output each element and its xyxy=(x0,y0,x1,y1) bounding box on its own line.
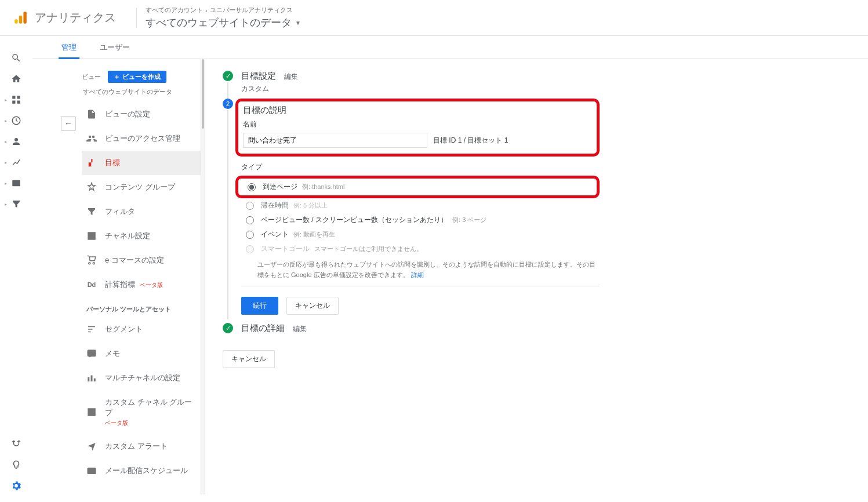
account-selector[interactable]: すべてのアカウント › ユニバーサルアナリティクス すべてのウェブサイトのデータ… xyxy=(146,6,301,30)
breadcrumb-property: ユニバーサルアナリティクス xyxy=(210,6,293,14)
product-name: アナリティクス xyxy=(35,10,116,26)
view-title-row: すべてのウェブサイトのデータ ▼ xyxy=(146,16,301,30)
breadcrumb: すべてのアカウント › ユニバーサルアナリティクス xyxy=(146,6,301,14)
svg-rect-2 xyxy=(23,12,26,24)
svg-rect-0 xyxy=(14,19,17,24)
caret-down-icon: ▼ xyxy=(295,20,301,26)
svg-rect-1 xyxy=(19,15,22,23)
chevron-right-icon: › xyxy=(205,7,208,14)
breadcrumb-account: すべてのアカウント xyxy=(146,6,203,14)
top-header: アナリティクス すべてのアカウント › ユニバーサルアナリティクス すべてのウェ… xyxy=(0,0,868,36)
header-divider xyxy=(136,8,137,28)
analytics-logo-icon xyxy=(13,10,28,26)
view-title: すべてのウェブサイトのデータ xyxy=(146,16,292,30)
